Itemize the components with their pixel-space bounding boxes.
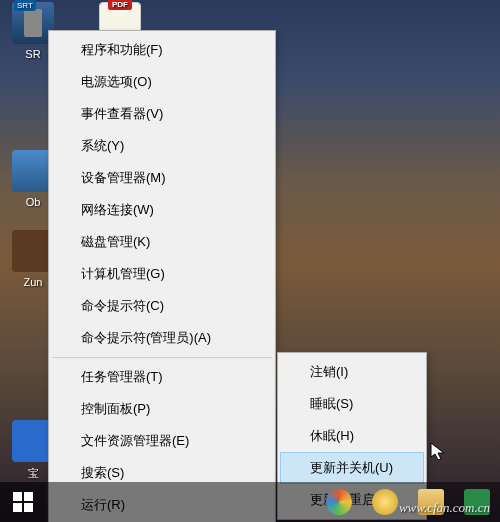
start-button[interactable] bbox=[0, 482, 46, 522]
menu-task-manager[interactable]: 任务管理器(T) bbox=[51, 361, 273, 393]
menu-label: 电源选项(O) bbox=[81, 74, 152, 89]
menu-label: 计算机管理(G) bbox=[81, 266, 165, 281]
desktop-icon-label: Zun bbox=[24, 276, 43, 288]
menu-label: 网络连接(W) bbox=[81, 202, 154, 217]
menu-label: 事件查看器(V) bbox=[81, 106, 163, 121]
menu-label: 睡眠(S) bbox=[310, 396, 353, 411]
menu-label: 更新并关机(U) bbox=[310, 460, 393, 475]
menu-label: 休眠(H) bbox=[310, 428, 354, 443]
submenu-hibernate[interactable]: 休眠(H) bbox=[280, 420, 424, 452]
menu-system[interactable]: 系统(Y) bbox=[51, 130, 273, 162]
menu-label: 系统(Y) bbox=[81, 138, 124, 153]
desktop-icon-label: 宝 bbox=[28, 467, 39, 479]
menu-label: 注销(I) bbox=[310, 364, 348, 379]
srt-badge: SRT bbox=[14, 0, 36, 11]
submenu-sleep[interactable]: 睡眠(S) bbox=[280, 388, 424, 420]
menu-label: 控制面板(P) bbox=[81, 401, 150, 416]
menu-device-manager[interactable]: 设备管理器(M) bbox=[51, 162, 273, 194]
menu-label: 设备管理器(M) bbox=[81, 170, 166, 185]
menu-command-prompt-admin[interactable]: 命令提示符(管理员)(A) bbox=[51, 322, 273, 354]
menu-label: 搜索(S) bbox=[81, 465, 124, 480]
menu-programs-features[interactable]: 程序和功能(F) bbox=[51, 34, 273, 66]
winx-context-menu: 程序和功能(F) 电源选项(O) 事件查看器(V) 系统(Y) 设备管理器(M)… bbox=[48, 30, 276, 522]
menu-separator bbox=[52, 357, 272, 358]
menu-command-prompt[interactable]: 命令提示符(C) bbox=[51, 290, 273, 322]
menu-power-options[interactable]: 电源选项(O) bbox=[51, 66, 273, 98]
menu-label: 命令提示符(管理员)(A) bbox=[81, 330, 211, 345]
mouse-cursor-icon bbox=[430, 442, 448, 464]
menu-disk-management[interactable]: 磁盘管理(K) bbox=[51, 226, 273, 258]
menu-label: 磁盘管理(K) bbox=[81, 234, 150, 249]
submenu-signout[interactable]: 注销(I) bbox=[280, 356, 424, 388]
menu-control-panel[interactable]: 控制面板(P) bbox=[51, 393, 273, 425]
menu-computer-management[interactable]: 计算机管理(G) bbox=[51, 258, 273, 290]
windows-logo-icon bbox=[13, 492, 33, 512]
submenu-update-shutdown[interactable]: 更新并关机(U) bbox=[280, 452, 424, 484]
watermark-text: www.cfan.com.cn bbox=[399, 500, 490, 516]
menu-network-connections[interactable]: 网络连接(W) bbox=[51, 194, 273, 226]
menu-label: 文件资源管理器(E) bbox=[81, 433, 189, 448]
desktop-icon-label: SR bbox=[25, 48, 40, 60]
menu-label: 程序和功能(F) bbox=[81, 42, 163, 57]
taskbar-app-1[interactable] bbox=[316, 482, 362, 522]
pdf-badge: PDF bbox=[108, 0, 132, 10]
menu-event-viewer[interactable]: 事件查看器(V) bbox=[51, 98, 273, 130]
menu-label: 任务管理器(T) bbox=[81, 369, 163, 384]
desktop-icon-label: Ob bbox=[26, 196, 41, 208]
menu-label: 命令提示符(C) bbox=[81, 298, 164, 313]
menu-file-explorer[interactable]: 文件资源管理器(E) bbox=[51, 425, 273, 457]
